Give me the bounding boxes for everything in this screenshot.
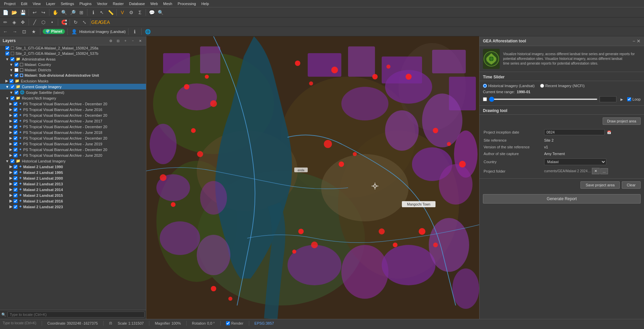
layers-filter-btn[interactable]: ⊟ (115, 38, 121, 44)
list-item[interactable]: ▶ ✦ PS Tropical Visual Biannual Archive … (0, 152, 146, 158)
search-locator-input[interactable]: Type to locate (Ctrl+K) (3, 321, 36, 325)
layer-checkbox[interactable] (13, 153, 17, 157)
menu-vector[interactable]: Vector (94, 1, 110, 6)
menu-view[interactable]: View (30, 1, 43, 6)
add-layer-btn[interactable]: V (118, 8, 126, 16)
list-item[interactable]: ▶ ✦ Malawi 2 Landsat 2016 (0, 198, 146, 204)
layer-checkbox[interactable] (10, 85, 14, 89)
redo-btn[interactable]: ↪ (39, 8, 47, 16)
profile-icon[interactable]: 👤 (70, 28, 78, 36)
recent-imagery-radio[interactable] (540, 84, 544, 88)
map-area[interactable]: Mangochi Town enda (146, 36, 479, 319)
layer-checkbox[interactable] (5, 46, 9, 50)
layer-checkbox[interactable] (13, 165, 17, 169)
list-item[interactable]: ▼ 📁 Recent Nicfi Imagery (0, 95, 146, 101)
list-item[interactable]: Site_2_GTI-GEA-Malawi_2_Malawi_150824_53… (0, 51, 146, 56)
country-select[interactable]: Malawi Other (544, 158, 606, 165)
draw-point-btn[interactable]: • (48, 18, 56, 26)
menu-settings[interactable]: Settings (58, 1, 77, 6)
save-project-btn[interactable]: 💾 (19, 8, 27, 16)
list-item[interactable]: ▼ 📁 Historical Landsat Imagery (0, 158, 146, 164)
draw-line-btn[interactable]: ╱ (31, 18, 39, 26)
layer-checkbox[interactable] (13, 131, 17, 135)
identify-btn[interactable]: ℹ (89, 8, 97, 16)
measure-btn[interactable]: 📏 (107, 8, 115, 16)
list-item[interactable]: ▶ ✦ PS Tropical Visual Biannual Archive … (0, 107, 146, 112)
calculator-btn[interactable]: Σ (136, 8, 144, 16)
layer-checkbox[interactable] (9, 79, 13, 83)
list-item[interactable]: ▶ ✦ Malawi 2 Landsat 2014 (0, 187, 146, 192)
zoom-in-btn[interactable]: 🔍 (60, 8, 68, 16)
list-item[interactable]: ▶ 📁 Exclusion Masks (0, 78, 146, 84)
inception-input[interactable] (544, 129, 605, 135)
inception-calendar-btn[interactable]: 📅 (606, 129, 612, 136)
search-btn[interactable]: 🔍 (156, 8, 164, 16)
layer-checkbox[interactable] (10, 159, 14, 163)
node-btn[interactable]: ◈ (10, 18, 18, 26)
new-project-btn[interactable]: 📄 (1, 8, 9, 16)
list-item[interactable]: ▶ ✦ Malawi 2 Landsat 2000 (0, 175, 146, 181)
panel-minimize-btn[interactable]: − (633, 38, 635, 44)
layer-checkbox[interactable] (13, 102, 17, 106)
loop-option[interactable]: Loop (627, 97, 641, 101)
bookmark-btn[interactable]: ★ (30, 28, 38, 36)
list-item[interactable]: ▼ 📁 Administrative Areas (0, 56, 146, 62)
menu-edit[interactable]: Edit (18, 1, 30, 6)
menu-web[interactable]: Web (148, 1, 160, 6)
recent-imagery-option[interactable]: Recent Imagery (NICFI) (540, 84, 585, 88)
list-item[interactable]: ▶ ✦ PS Tropical Visual Biannual Archive … (0, 101, 146, 107)
undo-btn[interactable]: ↩ (31, 8, 39, 16)
list-item[interactable]: ▶ ✦ PS Tropical Visual Biannual Archive … (0, 147, 146, 152)
list-item[interactable]: ▶ ✦ PS Tropical Visual Biannual Archive … (0, 130, 146, 135)
layer-checkbox[interactable] (13, 148, 17, 152)
qgis-globe-btn[interactable]: 🌐 (144, 28, 152, 36)
layer-checkbox[interactable] (13, 182, 17, 186)
layer-checkbox[interactable] (14, 90, 18, 95)
menu-mesh[interactable]: Mesh (160, 1, 175, 6)
list-item[interactable]: ▼ Malawi: Sub-divisional Administrative … (0, 73, 146, 78)
zoom-full-btn[interactable]: ⊞ (77, 8, 85, 16)
open-project-btn[interactable]: 📂 (10, 8, 18, 16)
digitize-btn[interactable]: ✏ (1, 18, 9, 26)
layer-checkbox[interactable] (13, 119, 17, 123)
list-item[interactable]: ▼ 📁 Current Google Imagery (0, 84, 146, 89)
list-item[interactable]: ▼ 🌐 Google Satellite (latest) (0, 89, 146, 95)
list-item[interactable]: ▶ ✦ PS Tropical Visual Biannual Archive … (0, 124, 146, 130)
clear-btn[interactable]: Clear (622, 181, 641, 189)
layer-checkbox[interactable] (13, 188, 17, 192)
menu-help[interactable]: Help (199, 1, 212, 6)
scale-btn[interactable]: ⤡ (80, 18, 88, 26)
chat-btn[interactable]: 💬 (148, 8, 156, 16)
info-btn[interactable]: ℹ (131, 28, 139, 36)
folder-clear-btn[interactable]: ✕ (592, 168, 600, 174)
zoom-out-btn[interactable]: 🔎 (69, 8, 77, 16)
draw-project-area-btn[interactable]: Draw project area (603, 117, 641, 125)
layers-settings-btn[interactable]: ⚙ (108, 38, 114, 44)
menu-layer[interactable]: Layer (43, 1, 58, 6)
snapping-btn[interactable]: 🧲 (60, 18, 68, 26)
loop-checkbox[interactable] (627, 97, 631, 101)
speed-input[interactable]: 1,00 (600, 96, 616, 102)
layer-checkbox[interactable] (14, 63, 18, 67)
list-item[interactable]: ▶ ✦ Malawi 2 Landsat 2015 (0, 192, 146, 198)
menu-raster[interactable]: Raster (110, 1, 126, 6)
map-canvas[interactable]: Mangochi Town enda (146, 36, 479, 319)
list-item[interactable]: ▶ ✦ Malawi 2 Landsat 1995 (0, 170, 146, 175)
layer-checkbox[interactable] (13, 125, 17, 129)
move-btn[interactable]: ✥ (19, 18, 27, 26)
pan-btn[interactable]: ✋ (51, 8, 59, 16)
zoom-back-btn[interactable]: ← (1, 28, 9, 36)
layer-checkbox[interactable] (13, 171, 17, 175)
hist-imagery-radio[interactable] (483, 84, 487, 88)
layer-checkbox[interactable] (5, 51, 9, 56)
list-item[interactable]: ▶ ✦ PS Tropical Visual Biannual Archive … (0, 118, 146, 124)
layer-checkbox[interactable] (13, 136, 17, 140)
layers-close-btn[interactable]: ✕ (137, 38, 143, 44)
list-item[interactable]: ▶ ✦ Malawi 2 Landsat 1990 (0, 164, 146, 170)
label2-btn[interactable]: GEA (101, 18, 109, 26)
layer-checkbox[interactable] (13, 193, 17, 197)
list-item[interactable]: ▶ ✦ PS Tropical Visual Biannual Archive … (0, 141, 146, 147)
render-checkbox[interactable] (226, 321, 230, 325)
layer-checkbox[interactable] (13, 142, 17, 146)
draw-polygon-btn[interactable]: ⬡ (39, 18, 47, 26)
